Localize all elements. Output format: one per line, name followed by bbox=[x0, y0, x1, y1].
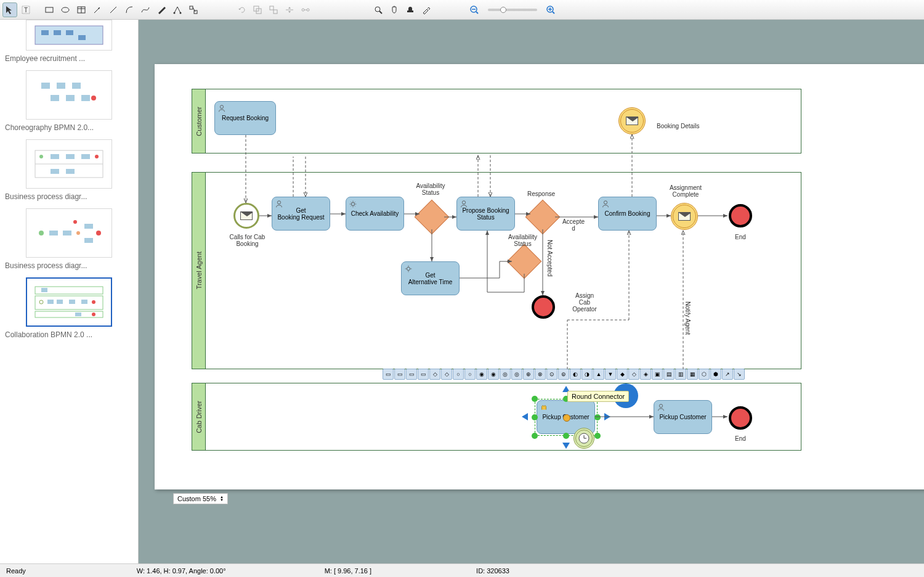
svg-text:T: T bbox=[24, 7, 28, 14]
resize-handle[interactable] bbox=[594, 414, 601, 420]
connector-arrow-left[interactable] bbox=[522, 413, 528, 420]
smart-shape[interactable]: ▣ bbox=[652, 369, 663, 380]
resize-handle[interactable] bbox=[532, 414, 538, 420]
thumbnail-item[interactable]: Business process diagr... bbox=[5, 139, 133, 201]
main-toolbar: T bbox=[0, 0, 924, 20]
end-event[interactable] bbox=[729, 204, 752, 227]
gear-icon bbox=[404, 264, 413, 273]
line-tool[interactable] bbox=[106, 2, 121, 17]
task-propose-booking[interactable]: Propose Booking Status bbox=[456, 197, 515, 231]
undo-tool[interactable] bbox=[234, 2, 249, 17]
smart-shape[interactable]: ▭ bbox=[394, 369, 405, 380]
ellipse-tool[interactable] bbox=[58, 2, 73, 17]
pan-tool[interactable] bbox=[387, 2, 402, 17]
smart-shape[interactable]: ⬡ bbox=[699, 369, 710, 380]
zoom-slider[interactable] bbox=[488, 9, 537, 11]
thumbnail-label: Choreography BPMN 2.0... bbox=[5, 123, 133, 132]
smart-shape[interactable]: ◎ bbox=[511, 369, 522, 380]
smart-shape[interactable]: ◇ bbox=[441, 369, 452, 380]
message-intermediate-event[interactable] bbox=[618, 107, 646, 134]
canvas-area[interactable]: Customer Request Booking Booking Details… bbox=[139, 20, 924, 563]
smart-shape[interactable]: ▤ bbox=[663, 369, 675, 380]
arrow-tool[interactable] bbox=[90, 2, 105, 17]
table-tool[interactable] bbox=[74, 2, 89, 17]
zoom-in-button[interactable] bbox=[543, 2, 558, 17]
select-tool[interactable] bbox=[2, 2, 17, 17]
pool-customer[interactable]: Customer bbox=[192, 89, 801, 153]
svg-rect-68 bbox=[81, 300, 87, 304]
end-event[interactable] bbox=[532, 295, 555, 319]
smart-shape[interactable]: ○ bbox=[453, 369, 464, 380]
task-confirm-booking[interactable]: Confirm Booking bbox=[598, 197, 657, 231]
stamp-tool[interactable] bbox=[403, 2, 418, 17]
task-check-availability[interactable]: Check Availability bbox=[346, 197, 404, 231]
smart-shape[interactable]: ▥ bbox=[675, 369, 686, 380]
eyedropper-tool[interactable] bbox=[419, 2, 434, 17]
thumbnail-item[interactable]: Employee recruitment ... bbox=[5, 20, 133, 63]
bezier-tool[interactable] bbox=[138, 2, 153, 17]
smart-shape[interactable]: ▭ bbox=[406, 369, 417, 380]
smart-shape[interactable]: ▼ bbox=[605, 369, 616, 380]
rect-tool[interactable] bbox=[42, 2, 57, 17]
connector-arrow-down[interactable] bbox=[562, 443, 570, 449]
smart-shape[interactable]: ◉ bbox=[476, 369, 487, 380]
smart-shape[interactable]: ◉ bbox=[488, 369, 499, 380]
smart-shape[interactable]: ○ bbox=[464, 369, 476, 380]
task-get-booking-request[interactable]: Get Booking Request bbox=[272, 197, 330, 231]
status-mouse: M: [ 9.96, 7.16 ] bbox=[325, 567, 371, 575]
thumbnail-item[interactable]: Choreography BPMN 2.0... bbox=[5, 70, 133, 132]
resize-handle[interactable] bbox=[594, 433, 601, 439]
smart-shape[interactable]: ⊗ bbox=[535, 369, 546, 380]
smart-shape[interactable]: ▭ bbox=[383, 369, 394, 380]
node-tool[interactable] bbox=[170, 2, 185, 17]
text-tool[interactable]: T bbox=[18, 2, 33, 17]
curve-tool[interactable] bbox=[122, 2, 137, 17]
smart-shape[interactable]: ◈ bbox=[640, 369, 651, 380]
smart-shape[interactable]: ▭ bbox=[418, 369, 429, 380]
svg-point-59 bbox=[73, 220, 77, 224]
zoom-tool[interactable] bbox=[371, 2, 386, 17]
status-id: ID: 320633 bbox=[476, 567, 509, 575]
task-request-booking[interactable]: Request Booking bbox=[214, 101, 276, 135]
rotation-handle[interactable] bbox=[563, 414, 570, 422]
connector-arrow-right[interactable] bbox=[604, 413, 610, 420]
pen-tool[interactable] bbox=[154, 2, 169, 17]
align-tool[interactable] bbox=[282, 2, 297, 17]
smart-shape[interactable]: ◐ bbox=[570, 369, 581, 380]
smart-shape[interactable]: ⊚ bbox=[558, 369, 569, 380]
smart-shape[interactable]: ⊙ bbox=[546, 369, 557, 380]
smart-shape[interactable]: ◑ bbox=[582, 369, 593, 380]
smart-shape[interactable]: ↘ bbox=[734, 369, 745, 380]
smart-shape[interactable]: ◇ bbox=[429, 369, 440, 380]
group-tool[interactable] bbox=[250, 2, 265, 17]
smart-shape[interactable]: ⊕ bbox=[523, 369, 534, 380]
smart-shape[interactable]: ◆ bbox=[617, 369, 628, 380]
end-event[interactable] bbox=[729, 406, 752, 430]
svg-rect-11 bbox=[190, 6, 193, 9]
zoom-dropdown[interactable]: Custom 55% ▲▼ bbox=[173, 493, 228, 504]
message-intermediate-event[interactable] bbox=[671, 203, 698, 230]
timer-event[interactable] bbox=[573, 428, 594, 449]
resize-handle[interactable] bbox=[532, 433, 538, 439]
smart-shape[interactable]: ◎ bbox=[500, 369, 511, 380]
thumbnail-label: Collaboration BPMN 2.0 ... bbox=[5, 330, 133, 339]
thumbnail-item[interactable]: Collaboration BPMN 2.0 ... bbox=[5, 277, 133, 339]
thumbnail-item[interactable]: Business process diagr... bbox=[5, 208, 133, 270]
label-response: Response bbox=[527, 190, 555, 197]
connector-tool[interactable] bbox=[186, 2, 201, 17]
stepper-icon[interactable]: ▲▼ bbox=[220, 496, 224, 502]
smart-shape[interactable]: ▦ bbox=[687, 369, 698, 380]
task-pickup-customer-2[interactable]: Pickup Customer bbox=[654, 400, 712, 434]
distribute-tool[interactable] bbox=[298, 2, 313, 17]
smart-shape[interactable]: ◇ bbox=[628, 369, 639, 380]
task-get-alternative[interactable]: Get Alternative Time bbox=[401, 261, 460, 295]
smart-shape[interactable]: ⬢ bbox=[710, 369, 721, 380]
zoom-out-button[interactable] bbox=[467, 2, 482, 17]
svg-point-81 bbox=[659, 404, 662, 407]
ungroup-tool[interactable] bbox=[266, 2, 281, 17]
resize-handle[interactable] bbox=[563, 433, 569, 439]
message-start-event[interactable] bbox=[233, 203, 259, 229]
smart-shape[interactable]: ↗ bbox=[722, 369, 733, 380]
resize-handle[interactable] bbox=[532, 396, 538, 402]
smart-shape[interactable]: ▲ bbox=[593, 369, 604, 380]
